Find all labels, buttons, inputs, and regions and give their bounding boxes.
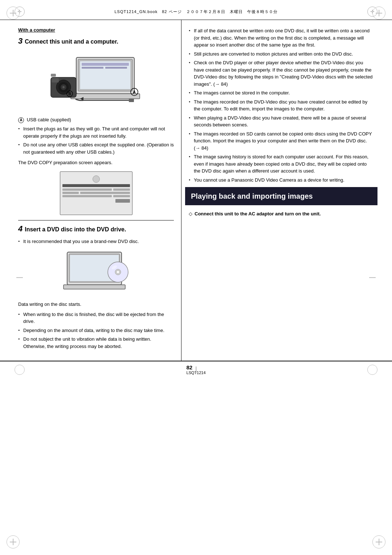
left-column: With a computer 3 Connect this unit and … (15, 20, 181, 361)
reg-mark-left: ✛ (15, 7, 25, 17)
svg-rect-12 (52, 78, 59, 82)
page-number: 82 (186, 364, 192, 370)
right-bullet-4: The images recorded on the DVD-Video dis… (189, 98, 374, 113)
svg-text:A: A (133, 90, 136, 94)
step3-illustration: A B (18, 50, 174, 112)
page-header: ✛ LSQT1214_GN.book 82 ページ ２００７年２月８日 木曜日 … (0, 0, 392, 20)
screen-cell-wide (62, 189, 112, 191)
dvd-copy-screen (18, 171, 174, 215)
screen-row-2 (62, 192, 130, 194)
diamond-note-strong: Connect this unit to the AC adaptor and … (195, 211, 321, 216)
step4-heading: 4 Insert a DVD disc into the DVD drive. (18, 224, 174, 234)
screen-row-1 (62, 189, 130, 191)
right-column: If all of the data cannot be written ont… (181, 20, 377, 361)
step3-title: Connect this unit and a computer. (25, 39, 118, 45)
writing-bullet-3: Do not subject the unit to vibration whi… (18, 336, 174, 350)
svg-rect-5 (105, 67, 127, 69)
right-bullet-7: The image saving history is stored for e… (189, 153, 374, 175)
screen-cell-5 (113, 195, 130, 197)
dvd-bullet-list: It is recommended that you use a brand-n… (18, 238, 174, 245)
step3-heading: 3 Connect this unit and a computer. (18, 36, 174, 46)
corner-mark-br (372, 535, 385, 548)
step4-illustration (18, 248, 174, 296)
screen-cell-2 (62, 192, 79, 194)
usb-bullet-1: Insert the plugs as far as they will go.… (18, 125, 174, 139)
right-bullet-3: The images cannot be stored in the compu… (189, 89, 374, 97)
section-label: With a computer (18, 27, 174, 33)
usb-label: A USB cable (supplied) (18, 117, 174, 123)
screen-mockup (60, 171, 132, 215)
writing-bullet-1: When writing to the disc is finished, th… (18, 311, 174, 325)
screen-cell-3 (80, 192, 130, 194)
diamond-icon: ◇ (189, 210, 192, 218)
step4-title: Insert a DVD disc into the DVD drive. (25, 226, 126, 233)
diamond-note-text: Connect this unit to the AC adaptor and … (195, 210, 321, 218)
right-bullet-2: Check on the DVD player or other player … (189, 59, 374, 88)
label-a: A (18, 117, 24, 123)
header-text: LSQT1214_GN.book 82 ページ ２００７年２月８日 木曜日 午後… (25, 9, 367, 15)
svg-rect-13 (51, 74, 56, 77)
step4-number: 4 (18, 224, 23, 234)
svg-rect-4 (82, 67, 103, 69)
corner-mark-bl (7, 535, 20, 548)
usb-bullet-list: Insert the plugs as far as they will go.… (18, 125, 174, 155)
divider-1 (18, 220, 174, 220)
laptop-disc-svg (60, 248, 132, 296)
screen-cell-1 (113, 189, 130, 191)
svg-point-26 (117, 271, 119, 273)
screen-cell-4 (62, 195, 112, 197)
screen-bar-1 (62, 184, 130, 187)
svg-rect-6 (71, 94, 140, 99)
right-bullet-1: Still pictures are converted to motion p… (189, 50, 374, 58)
svg-point-11 (62, 86, 65, 88)
screen-row-3 (62, 195, 130, 197)
writing-bullet-2: Depending on the amount of data, writing… (18, 327, 174, 334)
step3-number: 3 (18, 36, 23, 46)
page-body: With a computer 3 Connect this unit and … (0, 20, 392, 361)
right-bullet-6: The images recorded on SD cards cannot b… (189, 130, 374, 152)
writing-bullet-list: When writing to the disc is finished, th… (18, 311, 174, 350)
svg-text:B: B (68, 92, 71, 96)
right-bullet-0: If all of the data cannot be written ont… (189, 27, 374, 49)
diamond-note: ◇ Connect this unit to the AC adaptor an… (189, 210, 374, 218)
footer-reg-left (15, 365, 25, 375)
playback-title: Playing back and importing images (191, 191, 372, 201)
right-bullet-list: If all of the data cannot be written ont… (189, 27, 374, 183)
footer-reg-right (367, 365, 377, 375)
data-writing-note: Data writing on the disc starts. (18, 301, 174, 308)
laptop-camera-svg: A B (44, 50, 149, 112)
screen-note: The DVD COPY preparation screen appears. (18, 159, 174, 166)
right-bullet-5: When playing a DVD-Video disc you have c… (189, 114, 374, 129)
screen-btn (115, 199, 130, 203)
usb-bullet-2: Do not use any other USB cables except t… (18, 141, 174, 155)
reg-mark-right: ✛ (367, 7, 377, 17)
right-bullet-8: You cannot use a Panasonic DVD Video Cam… (189, 177, 374, 184)
dvd-bullet-1: It is recommended that you use a brand-n… (18, 238, 174, 245)
svg-rect-23 (64, 285, 125, 289)
svg-rect-14 (129, 98, 134, 102)
playback-section: Playing back and importing images (185, 187, 377, 205)
svg-rect-3 (82, 63, 129, 66)
screen-icon (93, 175, 100, 183)
page-footer: 82 LSQT1214 (0, 361, 392, 378)
